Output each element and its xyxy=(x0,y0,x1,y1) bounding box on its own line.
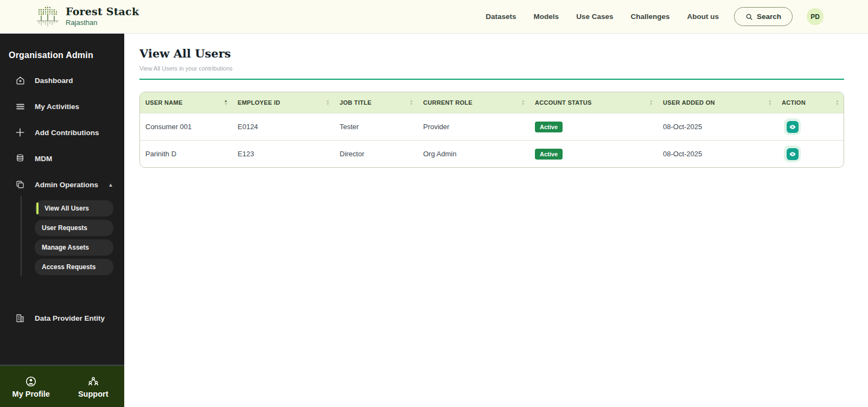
sort-icon[interactable]: ▲▼ xyxy=(835,99,839,106)
forest-trees-logo-icon xyxy=(36,4,60,29)
status-badge: Active xyxy=(535,149,563,160)
my-profile-button[interactable]: My Profile xyxy=(0,366,62,407)
sidebar-item-label: MDM xyxy=(35,155,52,163)
cell-action xyxy=(776,145,844,162)
chevron-up-icon[interactable]: ▲ xyxy=(108,182,113,188)
database-icon xyxy=(15,153,25,164)
support-button[interactable]: Support xyxy=(62,366,125,407)
eye-icon[interactable] xyxy=(787,121,799,133)
cell-account-status: Active xyxy=(529,122,658,132)
sort-icon[interactable]: ▲▼ xyxy=(326,99,330,106)
cell-user-added-on: 08-Oct-2025 xyxy=(658,123,776,131)
eye-icon[interactable] xyxy=(787,148,799,160)
sort-icon[interactable]: ▲▼ xyxy=(768,99,772,106)
table-row: Consumer 001 E0124 Tester Provider Activ… xyxy=(140,113,844,140)
nav-models[interactable]: Models xyxy=(534,12,559,21)
table-header-row: USER NAME ▲▼ EMPLOYEE ID ▲▼ JOB TITLE ▲▼… xyxy=(140,92,844,113)
nav-datasets[interactable]: Datasets xyxy=(486,12,516,21)
page-subtitle: View All Users in your contributions xyxy=(139,65,844,72)
top-bar: Forest Stack Rajasthan Datasets Models U… xyxy=(0,0,868,34)
sidebar: Organisation Admin Dashboard My Activiti… xyxy=(0,34,124,407)
sidebar-item-data-provider-entity[interactable]: Data Provider Entity xyxy=(0,307,124,329)
column-header-current-role[interactable]: CURRENT ROLE ▲▼ xyxy=(418,92,529,113)
my-profile-label: My Profile xyxy=(12,390,50,398)
cell-current-role: Org Admin xyxy=(418,150,529,158)
sort-icon[interactable]: ▲▼ xyxy=(224,99,228,106)
column-header-job-title[interactable]: JOB TITLE ▲▼ xyxy=(334,92,418,113)
column-header-user-name[interactable]: USER NAME ▲▼ xyxy=(140,92,232,113)
search-icon xyxy=(745,13,753,21)
person-circle-icon xyxy=(25,376,37,387)
user-avatar[interactable]: PD xyxy=(807,8,824,25)
sidebar-subitem-view-all-users[interactable]: View All Users xyxy=(35,200,113,217)
home-icon xyxy=(15,75,25,86)
nav-use-cases[interactable]: Use Cases xyxy=(576,12,613,21)
cell-current-role: Provider xyxy=(418,123,529,131)
sidebar-item-label: Add Contributions xyxy=(35,129,99,137)
nav-about-us[interactable]: About us xyxy=(687,12,719,21)
list-icon xyxy=(15,101,25,112)
sidebar-item-label: Admin Operations xyxy=(35,181,98,189)
building-icon xyxy=(15,313,25,323)
sidebar-item-label: Data Provider Entity xyxy=(35,314,105,322)
sort-icon[interactable]: ▲▼ xyxy=(410,99,413,106)
sidebar-item-admin-operations[interactable]: Admin Operations ▲ xyxy=(0,173,124,196)
sidebar-item-my-activities[interactable]: My Activities xyxy=(0,95,124,118)
sort-icon[interactable]: ▲▼ xyxy=(521,99,525,106)
users-table: USER NAME ▲▼ EMPLOYEE ID ▲▼ JOB TITLE ▲▼… xyxy=(139,92,844,168)
sidebar-subitem-access-requests[interactable]: Access Requests xyxy=(35,259,113,275)
column-header-user-added-on[interactable]: USER ADDED ON ▲▼ xyxy=(658,92,776,113)
search-label: Search xyxy=(757,12,781,21)
brand-name: Forest Stack xyxy=(66,6,139,18)
top-nav: Datasets Models Use Cases Challenges Abo… xyxy=(486,7,868,26)
sidebar-item-dashboard[interactable]: Dashboard xyxy=(0,69,124,92)
sidebar-subitem-user-requests[interactable]: User Requests xyxy=(35,220,113,236)
sidebar-footer: My Profile Support xyxy=(0,365,124,407)
nav-challenges[interactable]: Challenges xyxy=(630,12,669,21)
status-badge: Active xyxy=(535,122,563,132)
column-header-account-status[interactable]: ACCOUNT STATUS ▲▼ xyxy=(529,92,658,113)
search-button[interactable]: Search xyxy=(734,7,793,26)
cell-account-status: Active xyxy=(529,149,658,160)
column-header-action[interactable]: ACTION ▲▼ xyxy=(776,92,844,113)
support-label: Support xyxy=(78,390,108,398)
sidebar-item-label: Dashboard xyxy=(35,77,73,85)
cell-job-title: Director xyxy=(334,150,418,158)
main-content: View All Users View All Users in your co… xyxy=(124,34,868,407)
people-group-icon xyxy=(87,376,99,387)
cell-action xyxy=(776,118,844,135)
cell-user-name: Parinith D xyxy=(140,150,232,158)
admin-operations-submenu: View All Users User Requests Manage Asse… xyxy=(0,196,124,282)
brand-region: Rajasthan xyxy=(66,19,139,27)
cell-employee-id: E123 xyxy=(232,150,334,158)
sidebar-item-mdm[interactable]: MDM xyxy=(0,147,124,170)
copy-icon xyxy=(15,179,25,190)
brand-logo[interactable]: Forest Stack Rajasthan xyxy=(36,4,139,29)
cell-job-title: Tester xyxy=(334,123,418,131)
view-user-button[interactable] xyxy=(784,118,801,135)
view-user-button[interactable] xyxy=(784,145,801,162)
sort-icon[interactable]: ▲▼ xyxy=(649,99,653,106)
sidebar-heading: Organisation Admin xyxy=(0,34,124,66)
plus-icon xyxy=(15,127,25,138)
accent-divider xyxy=(139,79,844,80)
table-row: Parinith D E123 Director Org Admin Activ… xyxy=(140,140,844,167)
sidebar-subitem-manage-assets[interactable]: Manage Assets xyxy=(35,239,113,256)
cell-employee-id: E0124 xyxy=(232,123,334,131)
sidebar-item-label: My Activities xyxy=(35,103,79,111)
sidebar-item-add-contributions[interactable]: Add Contributions xyxy=(0,121,124,144)
column-header-employee-id[interactable]: EMPLOYEE ID ▲▼ xyxy=(232,92,334,113)
cell-user-name: Consumer 001 xyxy=(140,123,232,131)
page-title: View All Users xyxy=(139,47,844,60)
cell-user-added-on: 08-Oct-2025 xyxy=(658,150,776,158)
